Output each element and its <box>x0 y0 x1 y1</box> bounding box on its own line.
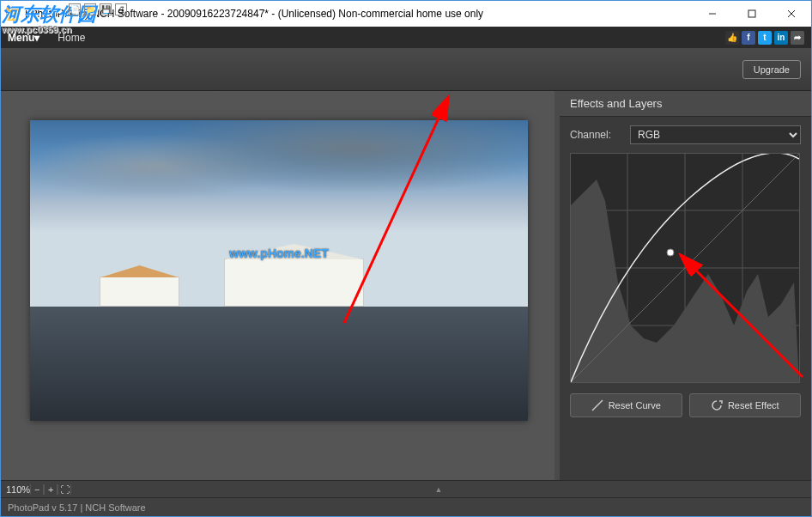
reset-curve-button[interactable]: Reset Curve <box>570 393 682 417</box>
twitter-icon[interactable]: t <box>758 31 772 45</box>
reset-effect-button[interactable]: Reset Effect <box>689 393 802 417</box>
svg-line-12 <box>682 257 803 377</box>
zoom-in-button[interactable]: + <box>44 484 58 495</box>
channel-label: Channel: <box>570 129 630 141</box>
menubar: Menu ▾ Home 👍 f t in ➦ <box>1 27 811 48</box>
toolbar: Upgrade <box>1 48 811 91</box>
status-text: PhotoPad v 5.17 | NCH Software <box>8 502 146 513</box>
social-icons: 👍 f t in ➦ <box>725 27 811 48</box>
quickaccess-icons: 📄📁💾🖨 <box>69 3 127 15</box>
side-panel: Effects and Layers Channel: RGB <box>560 91 811 480</box>
zoom-out-button[interactable]: − <box>30 484 44 495</box>
zoom-value[interactable]: 110% <box>6 484 30 495</box>
linkedin-icon[interactable]: in <box>774 31 788 45</box>
zoombar: 110% − + ⛶ ▲ <box>1 480 811 497</box>
maximize-button[interactable] <box>732 1 772 27</box>
color-curves-panel: Channel: RGB <box>560 117 811 480</box>
image-watermark: www.pHome.NET <box>229 246 328 260</box>
svg-line-13 <box>592 400 603 411</box>
canvas-area[interactable]: www.pHome.NET <box>1 91 554 480</box>
zoom-fit-button[interactable]: ⛶ <box>58 484 71 495</box>
upgrade-button[interactable]: Upgrade <box>742 60 801 79</box>
annotation-arrow-1 <box>336 91 490 349</box>
share-icon[interactable]: ➦ <box>791 31 804 45</box>
menu-logo[interactable]: Menu ▾ <box>1 27 46 48</box>
curve-editor[interactable] <box>570 153 800 383</box>
facebook-icon[interactable]: f <box>742 31 755 45</box>
svg-rect-1 <box>748 10 755 17</box>
minimize-button[interactable] <box>693 1 732 27</box>
expand-handle[interactable]: ▲ <box>71 485 806 494</box>
panel-title: Effects and Layers <box>560 91 811 117</box>
menu-home[interactable]: Home <box>46 27 96 48</box>
statusbar: PhotoPad v 5.17 | NCH Software <box>1 497 811 516</box>
annotation-arrow-2 <box>665 240 811 386</box>
like-icon[interactable]: 👍 <box>725 31 739 45</box>
close-button[interactable] <box>772 1 811 27</box>
reset-curve-icon <box>591 399 603 411</box>
reset-effect-icon <box>711 399 723 411</box>
workspace: www.pHome.NET Effects and Layers Channel… <box>1 91 811 480</box>
svg-line-4 <box>344 100 447 323</box>
app-icon <box>6 7 20 21</box>
channel-select[interactable]: RGB <box>630 125 801 144</box>
